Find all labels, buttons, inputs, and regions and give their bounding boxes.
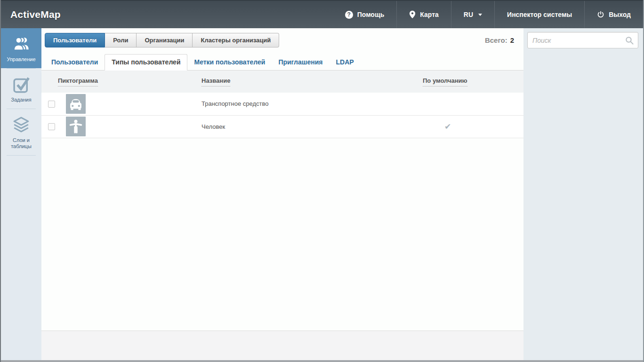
language-dropdown[interactable]: RU (451, 1, 494, 28)
row-default-cell (423, 93, 523, 115)
row-checkbox-cell (41, 93, 58, 115)
system-inspector-button[interactable]: Инспектор системы (494, 1, 584, 28)
top-header-bar: ActiveMap ? Помощь Карта RU Инспектор си… (1, 0, 643, 28)
row-checkbox[interactable] (48, 123, 55, 130)
header-checkbox-spacer (41, 71, 58, 93)
sidebar-divider (7, 155, 36, 156)
content-panel: Пользователи Роли Организации Кластеры о… (41, 28, 523, 360)
row-name-cell: Человек (201, 115, 423, 138)
sidebar-item-label: Задания (11, 97, 31, 102)
search-box (527, 32, 638, 48)
sidebar-item-management[interactable]: Управление (1, 28, 41, 68)
search-input[interactable] (528, 32, 638, 48)
tab-users[interactable]: Пользователи (45, 33, 105, 47)
app-logo: ActiveMap (1, 9, 61, 20)
content-body: Пользователи Роли Организации Кластеры о… (41, 28, 523, 331)
table-row-person[interactable]: Человек ✔ (41, 115, 523, 138)
main-tabs-row: Пользователи Роли Организации Кластеры о… (41, 28, 523, 47)
system-inspector-label: Инспектор системы (507, 11, 572, 18)
language-label: RU (464, 11, 473, 18)
row-pictogram-cell (58, 115, 201, 138)
person-icon (66, 117, 86, 136)
subtab-user-labels[interactable]: Метки пользователей (187, 55, 272, 70)
table-row-vehicle[interactable]: Транспортное средство (41, 93, 523, 115)
power-icon (597, 11, 604, 18)
map-button[interactable]: Карта (396, 1, 451, 28)
help-label: Помощь (357, 11, 385, 18)
tab-organizations[interactable]: Организации (137, 33, 193, 47)
users-icon (11, 34, 31, 54)
default-check-icon: ✔ (423, 122, 451, 132)
sidebar-item-layers-tables[interactable]: Слои и таблицы (1, 109, 41, 155)
caret-down-icon (478, 14, 482, 16)
bottom-window-strip (1, 360, 643, 362)
subtab-user-types[interactable]: Типы пользователей (105, 54, 187, 71)
subtab-ldap[interactable]: LDAP (329, 55, 360, 70)
top-navigation: ? Помощь Карта RU Инспектор системы (333, 1, 643, 28)
row-checkbox[interactable] (48, 101, 55, 108)
map-pin-icon (409, 10, 416, 19)
vehicle-icon (66, 94, 86, 114)
column-header-default[interactable]: По умолчанию (423, 71, 523, 93)
total-label: Всего: (485, 36, 507, 44)
layers-icon (11, 115, 31, 134)
row-name-cell: Транспортное средство (201, 93, 423, 115)
map-label: Карта (420, 11, 439, 18)
subtab-users[interactable]: Пользователи (45, 55, 105, 70)
search-panel (523, 28, 643, 360)
logout-button[interactable]: Выход (584, 1, 643, 28)
total-value: 2 (510, 36, 514, 44)
sub-tabs-row: Пользователи Типы пользователей Метки по… (41, 54, 523, 71)
help-button[interactable]: ? Помощь (333, 1, 397, 28)
tab-roles[interactable]: Роли (105, 33, 137, 47)
row-pictogram-cell (58, 93, 201, 115)
subtab-invitations[interactable]: Приглашения (272, 55, 329, 70)
row-default-cell: ✔ (423, 115, 523, 138)
table-header-row: Пиктограмма Название По умолчанию (41, 71, 523, 93)
sidebar-item-label: Слои и таблицы (11, 137, 32, 149)
window-frame: { "colors": { "accent_blue": "#3071a5", … (0, 0, 644, 362)
content-footer (41, 331, 523, 360)
total-counter: Всего:2 (485, 36, 514, 44)
sidebar-item-label: Управление (7, 56, 35, 62)
column-header-name[interactable]: Название (201, 71, 423, 93)
main-tabs-group: Пользователи Роли Организации Кластеры о… (45, 33, 279, 47)
logout-label: Выход (609, 11, 631, 18)
task-check-icon (11, 74, 31, 94)
user-types-table: Пиктограмма Название По умолчанию (41, 71, 523, 138)
sidebar-item-tasks[interactable]: Задания (1, 69, 41, 109)
tab-organization-clusters[interactable]: Кластеры организаций (193, 33, 279, 47)
main-layout: Управление Задания Слои и таблицы (1, 28, 643, 360)
row-checkbox-cell (41, 115, 58, 138)
search-icon[interactable] (625, 36, 634, 45)
column-header-pictogram[interactable]: Пиктограмма (58, 71, 201, 93)
sidebar: Управление Задания Слои и таблицы (1, 28, 41, 360)
help-icon: ? (345, 11, 353, 19)
